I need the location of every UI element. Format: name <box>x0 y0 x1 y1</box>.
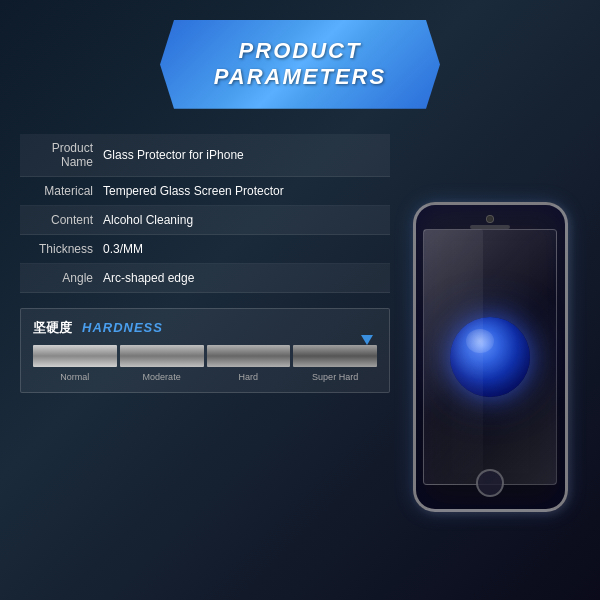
phone-panel <box>400 134 580 580</box>
spec-row-material: Materical Tempered Glass Screen Protecto… <box>20 177 390 206</box>
hardness-label-hard: Hard <box>207 372 291 382</box>
phone-image <box>413 202 568 512</box>
spec-row-angle: Angle Arc-shaped edge <box>20 264 390 293</box>
spec-value-product-name: Glass Protector for iPhone <box>103 148 382 162</box>
spec-row-thickness: Thickness 0.3/MM <box>20 235 390 264</box>
hardness-label-moderate: Moderate <box>120 372 204 382</box>
spec-value-thickness: 0.3/MM <box>103 242 382 256</box>
spec-label-thickness: Thickness <box>28 242 103 256</box>
hardness-seg-superhard <box>293 345 377 367</box>
spec-value-material: Tempered Glass Screen Protector <box>103 184 382 198</box>
spec-label-angle: Angle <box>28 271 103 285</box>
hardness-seg-hard <box>207 345 291 367</box>
phone-frame <box>413 202 568 512</box>
title-line1: PRODUCT <box>200 38 400 64</box>
hardness-seg-moderate <box>120 345 204 367</box>
title-text: PRODUCT PARAMETERS <box>200 38 400 91</box>
phone-reflection <box>423 229 483 484</box>
spec-label-content: Content <box>28 213 103 227</box>
phone-speaker <box>470 225 510 229</box>
hardness-section: 坚硬度 HARDNESS Normal Moderate Hard Super … <box>20 308 390 393</box>
spec-value-content: Alcohol Cleaning <box>103 213 382 227</box>
hardness-english-label: HARDNESS <box>82 320 163 335</box>
hardness-seg-normal <box>33 345 117 367</box>
spec-row-content: Content Alcohol Cleaning <box>20 206 390 235</box>
specs-panel: Product Name Glass Protector for iPhone … <box>20 134 390 580</box>
spec-label-material: Materical <box>28 184 103 198</box>
phone-camera <box>486 215 494 223</box>
spec-row-product-name: Product Name Glass Protector for iPhone <box>20 134 390 177</box>
hardness-label-normal: Normal <box>33 372 117 382</box>
spec-label-product-name: Product Name <box>28 141 103 169</box>
hardness-chinese-label: 坚硬度 <box>33 319 72 337</box>
hardness-arrow-marker <box>361 335 373 345</box>
spec-value-angle: Arc-shaped edge <box>103 271 382 285</box>
title-line2: PARAMETERS <box>200 64 400 90</box>
content-area: Product Name Glass Protector for iPhone … <box>20 134 580 580</box>
hardness-labels: Normal Moderate Hard Super Hard <box>33 372 377 382</box>
main-container: PRODUCT PARAMETERS Product Name Glass Pr… <box>0 0 600 600</box>
phone-home-button <box>476 469 504 497</box>
hardness-label-superhard: Super Hard <box>293 372 377 382</box>
hardness-header: 坚硬度 HARDNESS <box>33 319 377 337</box>
hardness-bar <box>33 345 377 367</box>
title-banner: PRODUCT PARAMETERS <box>160 20 440 109</box>
